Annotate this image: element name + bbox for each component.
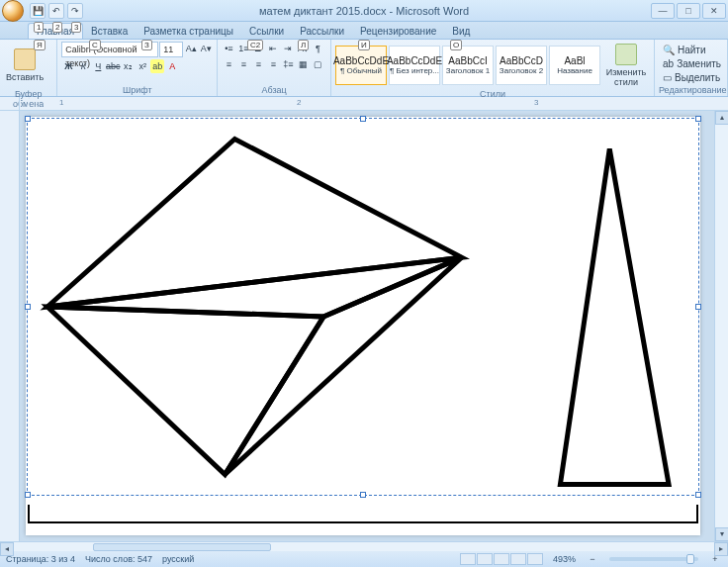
- scroll-track[interactable]: [715, 125, 728, 527]
- style-item[interactable]: AaBbCcDdE¶ Обычный: [335, 46, 387, 85]
- vertical-ruler[interactable]: [0, 111, 20, 541]
- scroll-up-button[interactable]: ▴: [715, 111, 728, 125]
- style-item[interactable]: AaBbCcDЗаголовок 2: [496, 46, 547, 85]
- ribbon-tabs: ГлавнаяВставкаРазметка страницыСсылкиРас…: [0, 22, 728, 40]
- style-item[interactable]: AaBbCcIЗаголовок 1: [442, 46, 494, 85]
- minimize-button[interactable]: —: [651, 3, 675, 19]
- keytip: З: [141, 40, 152, 50]
- bold-button[interactable]: Ж: [61, 59, 75, 73]
- close-button[interactable]: ✕: [702, 3, 726, 19]
- bullets-button[interactable]: •≡: [222, 42, 235, 55]
- subscript-button[interactable]: x₂: [121, 59, 135, 73]
- page-inner-border: [28, 505, 698, 523]
- tab-1[interactable]: Вставка: [83, 24, 136, 39]
- select-button[interactable]: ▭Выделить: [659, 71, 725, 84]
- zoom-slider[interactable]: [609, 557, 698, 561]
- document-viewport[interactable]: [20, 111, 714, 541]
- indent-dec-button[interactable]: ⇤: [266, 42, 280, 55]
- window-title: матем диктант 2015.docx - Microsoft Word: [0, 5, 728, 17]
- strike-button[interactable]: abc: [106, 59, 120, 73]
- tab-3[interactable]: Ссылки: [241, 24, 292, 39]
- zoom-level[interactable]: 493%: [553, 554, 576, 564]
- tab-4[interactable]: Рассылки: [292, 24, 352, 39]
- keytip: 3: [71, 22, 81, 33]
- office-button[interactable]: [2, 0, 24, 22]
- status-page[interactable]: Страница: 3 из 4: [6, 554, 75, 564]
- quick-access-toolbar: 💾 ↶ ↷: [30, 3, 83, 19]
- view-draft[interactable]: [527, 553, 543, 565]
- view-web-layout[interactable]: [494, 553, 509, 565]
- zoom-in-button[interactable]: +: [708, 552, 722, 566]
- group-editing: 🔍Найти abЗаменить ▭Выделить Редактирован…: [655, 40, 728, 96]
- group-styles: AaBbCcDdE¶ ОбычныйAaBbCcDdE¶ Без интер..…: [331, 40, 655, 96]
- font-color-button[interactable]: A: [165, 59, 179, 73]
- keytip: И: [358, 40, 370, 50]
- justify-button[interactable]: ≡: [266, 57, 280, 71]
- work-area: ▴ ▾: [0, 111, 728, 541]
- maximize-button[interactable]: □: [677, 3, 700, 19]
- status-lang[interactable]: русский: [162, 554, 194, 564]
- style-item[interactable]: AaBlНазвание: [549, 46, 600, 85]
- scroll-thumb[interactable]: [93, 543, 271, 551]
- align-center-button[interactable]: ≡: [236, 57, 250, 71]
- superscript-button[interactable]: x²: [136, 59, 149, 73]
- group-paragraph: •≡ 1≡ ≣ ⇤ ⇥ A↓ ¶ ≡ ≡ ≡ ≡ ‡≡ ▦ ▢ Абзац: [218, 40, 331, 96]
- qat-save[interactable]: 💾: [30, 3, 46, 19]
- line-spacing-button[interactable]: ‡≡: [281, 57, 295, 71]
- vertical-scrollbar[interactable]: ▴ ▾: [714, 111, 728, 541]
- change-styles-button[interactable]: Изменить стили: [602, 42, 650, 89]
- italic-button[interactable]: К: [76, 59, 90, 73]
- style-item[interactable]: AaBbCcDdE¶ Без интер...: [389, 46, 440, 85]
- replace-button[interactable]: abЗаменить: [659, 57, 725, 70]
- align-right-button[interactable]: ≡: [251, 57, 265, 71]
- qat-redo[interactable]: ↷: [67, 3, 83, 19]
- show-marks-button[interactable]: ¶: [311, 42, 324, 55]
- tab-6[interactable]: Вид: [444, 24, 478, 39]
- horizontal-scrollbar[interactable]: ◂ ▸: [0, 541, 728, 551]
- keytip: С2: [247, 40, 263, 50]
- zoom-out-button[interactable]: −: [586, 552, 599, 566]
- grow-font-button[interactable]: A▴: [184, 42, 198, 55]
- scroll-down-button[interactable]: ▾: [715, 527, 728, 541]
- ruler-row: 123: [0, 97, 728, 111]
- paste-icon: [14, 48, 36, 70]
- keytip: О: [450, 40, 462, 50]
- horizontal-ruler[interactable]: 123: [20, 97, 728, 110]
- tab-2[interactable]: Разметка страницы: [136, 24, 241, 39]
- title-bar: 💾 ↶ ↷ матем диктант 2015.docx - Microsof…: [0, 0, 728, 22]
- scroll-track[interactable]: [14, 542, 714, 551]
- group-font: Calibri (Основной текст) 11 A▴ A▾ Ж К Ч …: [57, 40, 218, 96]
- highlight-button[interactable]: ab: [150, 59, 164, 73]
- tab-5[interactable]: Рецензирование: [352, 24, 444, 39]
- find-icon: 🔍: [663, 45, 675, 55]
- zoom-knob[interactable]: [686, 554, 694, 564]
- view-outline[interactable]: [510, 553, 526, 565]
- styles-gallery[interactable]: AaBbCcDdE¶ ОбычныйAaBbCcDdE¶ Без интер..…: [335, 46, 600, 85]
- keytip: 2: [52, 22, 62, 33]
- status-words[interactable]: Число слов: 547: [85, 554, 152, 564]
- keytip: Я: [34, 40, 46, 50]
- shape-triangle[interactable]: [225, 257, 461, 474]
- shapes-svg: [28, 119, 698, 495]
- view-full-screen[interactable]: [477, 553, 493, 565]
- status-bar: Страница: 3 из 4 Число слов: 547 русский…: [0, 551, 728, 567]
- keytip: Л: [298, 40, 309, 50]
- shape-triangle[interactable]: [47, 307, 323, 475]
- indent-inc-button[interactable]: ⇥: [281, 42, 295, 55]
- shading-button[interactable]: ▦: [296, 57, 310, 71]
- shape-triangle[interactable]: [560, 148, 669, 484]
- underline-button[interactable]: Ч: [91, 59, 105, 73]
- group-clipboard: Вставить Буфер обмена: [0, 40, 57, 96]
- change-styles-icon: [615, 44, 637, 65]
- drawing-canvas[interactable]: [28, 119, 698, 495]
- ruler-corner: [0, 97, 20, 110]
- align-left-button[interactable]: ≡: [222, 57, 235, 71]
- shrink-font-button[interactable]: A▾: [199, 42, 213, 55]
- select-icon: ▭: [663, 72, 672, 83]
- view-print-layout[interactable]: [460, 553, 476, 565]
- find-button[interactable]: 🔍Найти: [659, 44, 725, 56]
- qat-undo[interactable]: ↶: [48, 3, 64, 19]
- borders-button[interactable]: ▢: [311, 57, 324, 71]
- view-buttons: [460, 553, 543, 565]
- font-size-combo[interactable]: 11: [159, 42, 183, 57]
